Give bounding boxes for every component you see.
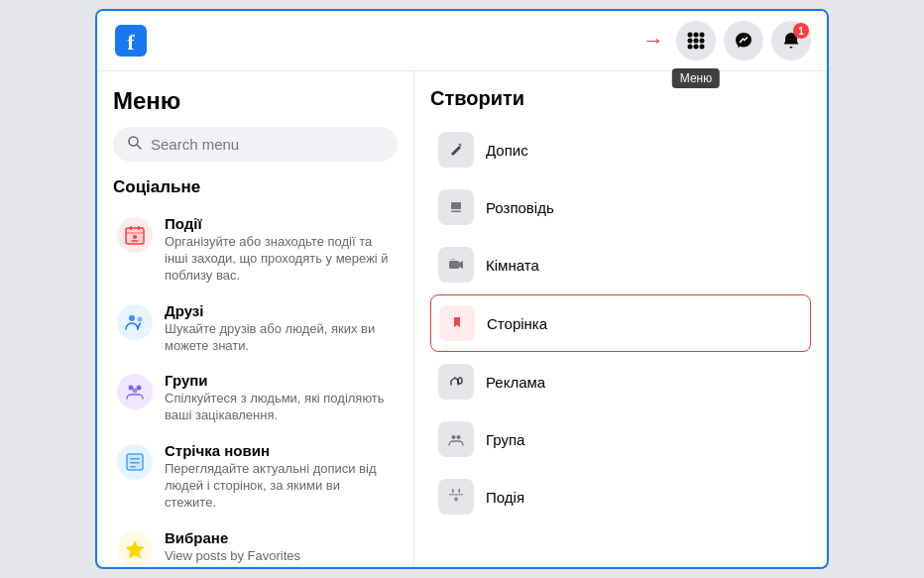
search-box[interactable] [113, 127, 398, 162]
page-icon [439, 305, 475, 341]
messenger-button[interactable] [724, 21, 763, 60]
svg-rect-16 [130, 226, 132, 230]
page-label: Сторінка [487, 315, 547, 332]
fb-logo: f [113, 23, 149, 58]
room-icon [438, 247, 474, 283]
svg-point-19 [129, 315, 135, 321]
friends-name: Друзі [165, 302, 394, 319]
events-desc: Організуйте або знаходьте події та інші … [165, 234, 394, 285]
svg-rect-17 [138, 226, 140, 230]
svg-point-2 [688, 33, 693, 38]
friends-desc: Шукайте друзів або людей, яких ви можете… [165, 321, 394, 355]
post-label: Допис [486, 142, 528, 159]
svg-point-3 [694, 33, 699, 38]
events-icon [117, 217, 153, 253]
tooltip-label: Меню [672, 68, 720, 88]
search-icon [127, 135, 143, 154]
list-item[interactable]: Вибране View posts by Favorites [113, 521, 398, 567]
ad-label: Реклама [486, 374, 545, 391]
events-name: Події [165, 215, 394, 232]
list-item[interactable]: Друзі Шукайте друзів або людей, яких ви … [113, 294, 398, 363]
svg-point-18 [133, 235, 137, 239]
favorites-icon [117, 531, 153, 567]
favorites-text: Вибране View posts by Favorites [165, 529, 300, 565]
svg-point-21 [129, 386, 134, 391]
arrow-indicator: → [642, 28, 664, 54]
create-event-item[interactable]: Подія [430, 469, 811, 524]
svg-rect-27 [130, 462, 140, 464]
group-label: Група [486, 431, 524, 448]
friends-text: Друзі Шукайте друзів або людей, яких ви … [165, 302, 394, 355]
list-item[interactable]: Події Організуйте або знаходьте події та… [113, 207, 398, 292]
story-icon [438, 189, 474, 225]
svg-rect-28 [130, 466, 136, 468]
post-icon [438, 132, 474, 168]
svg-rect-46 [449, 494, 463, 496]
events-text: Події Організуйте або знаходьте події та… [165, 215, 394, 285]
group-icon [438, 421, 474, 457]
story-label: Розповідь [486, 199, 554, 216]
top-bar: f → [97, 11, 827, 71]
panel-title: Меню [113, 87, 398, 115]
svg-rect-32 [451, 202, 461, 209]
svg-point-4 [700, 33, 705, 38]
menu-button[interactable] [676, 21, 716, 60]
svg-rect-35 [449, 261, 459, 269]
list-item[interactable]: Групи Спілкуйтеся з людьми, які поділяют… [113, 364, 398, 432]
create-group-item[interactable]: Група [430, 411, 811, 467]
svg-point-5 [688, 39, 693, 44]
svg-line-12 [137, 145, 141, 149]
svg-text:f: f [127, 30, 135, 55]
friends-icon [117, 304, 153, 340]
create-post-item[interactable]: Допис [430, 122, 811, 177]
svg-point-23 [133, 389, 138, 394]
top-bar-left: f [113, 23, 149, 58]
social-section-title: Соціальне [113, 177, 398, 197]
newsfeed-desc: Переглядайте актуальні дописи від людей … [165, 461, 394, 512]
list-item[interactable]: Стрічка новин Переглядайте актуальні доп… [113, 434, 398, 520]
create-room-item[interactable]: Кімната [430, 237, 811, 292]
ad-icon [438, 364, 474, 400]
main-window: f → [95, 9, 829, 569]
svg-point-8 [688, 45, 693, 50]
notification-badge: 1 [793, 23, 809, 39]
room-label: Кімната [486, 257, 539, 274]
svg-point-6 [694, 39, 699, 44]
svg-rect-42 [448, 431, 464, 447]
svg-point-49 [454, 498, 458, 502]
svg-point-43 [452, 435, 456, 439]
newsfeed-icon [117, 444, 153, 480]
search-input[interactable] [151, 136, 384, 153]
svg-point-9 [694, 45, 699, 50]
svg-rect-47 [452, 489, 454, 493]
groups-icon [117, 374, 153, 409]
create-story-item[interactable]: Розповідь [430, 179, 811, 235]
svg-point-22 [137, 386, 142, 391]
top-bar-right: → Меню [642, 21, 811, 60]
notification-button[interactable]: 1 [771, 21, 811, 60]
groups-desc: Спілкуйтеся з людьми, які поділяють ваші… [165, 391, 394, 424]
favorites-name: Вибране [165, 529, 300, 546]
svg-rect-26 [130, 458, 140, 460]
svg-point-44 [457, 435, 461, 439]
svg-rect-33 [451, 211, 461, 213]
event-label: Подія [486, 489, 524, 506]
svg-point-10 [700, 45, 705, 50]
event-icon [438, 479, 474, 515]
right-panel: Створити Допис [414, 71, 827, 567]
create-page-item[interactable]: Сторінка [430, 294, 811, 352]
svg-rect-45 [448, 489, 464, 505]
newsfeed-name: Стрічка новин [165, 442, 394, 459]
groups-text: Групи Спілкуйтеся з людьми, які поділяют… [165, 372, 394, 424]
left-panel: Меню Соціальне [97, 71, 414, 567]
svg-rect-48 [459, 489, 461, 493]
create-ad-item[interactable]: Реклама [430, 354, 811, 409]
content-area: Меню Соціальне [97, 71, 827, 567]
newsfeed-text: Стрічка новин Переглядайте актуальні доп… [165, 442, 394, 512]
svg-point-7 [700, 39, 705, 44]
favorites-desc: View posts by Favorites [165, 548, 300, 565]
svg-marker-29 [127, 541, 144, 558]
create-title: Створити [430, 87, 811, 110]
svg-rect-37 [451, 259, 455, 260]
svg-rect-15 [126, 232, 144, 234]
